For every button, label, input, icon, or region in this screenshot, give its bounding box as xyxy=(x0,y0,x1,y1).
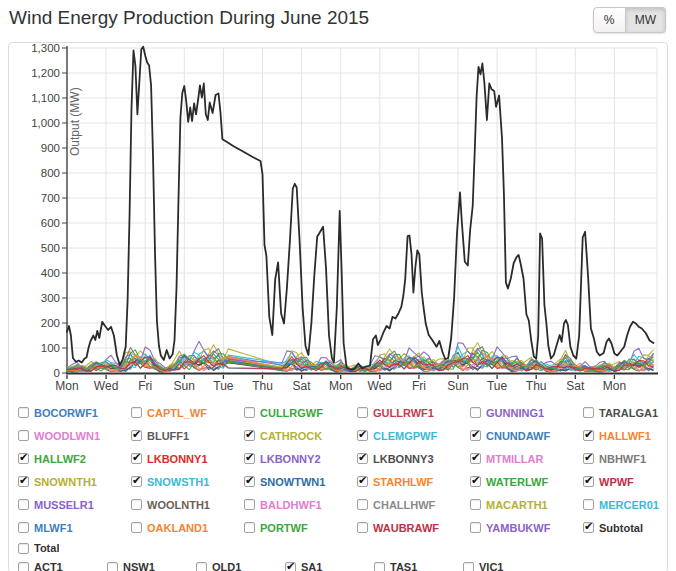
clemgpwf-checkbox[interactable] xyxy=(357,430,368,441)
legend-item-CULLRGWF: CULLRGWF xyxy=(244,401,357,424)
mw-toggle-button[interactable]: MW xyxy=(626,7,666,33)
legend-item-PORTWF: PORTWF xyxy=(244,516,357,539)
legend-label-CNUNDAWF: CNUNDAWF xyxy=(486,430,550,442)
region-checkbox-grid: ACT1NSW1QLD1SA1TAS1VIC1 xyxy=(18,558,667,571)
legend-item-MERCER01: MERCER01 xyxy=(583,493,668,516)
svg-text:100: 100 xyxy=(41,342,60,354)
svg-text:1,300: 1,300 xyxy=(31,43,60,54)
snowtwn1-checkbox[interactable] xyxy=(244,476,255,487)
legend-label-OAKLAND1: OAKLAND1 xyxy=(147,522,208,534)
legend-item-QLD1: QLD1 xyxy=(196,558,285,571)
legend-item-NSW1: NSW1 xyxy=(107,558,196,571)
bocorwf1-checkbox[interactable] xyxy=(18,407,29,418)
cnundawf-checkbox[interactable] xyxy=(470,430,481,441)
act1-checkbox[interactable] xyxy=(18,562,29,571)
lkbonny2-checkbox[interactable] xyxy=(244,453,255,464)
legend-item-MLWF1: MLWF1 xyxy=(18,516,131,539)
woolnth1-checkbox[interactable] xyxy=(131,499,142,510)
legend-item-MUSSELR1: MUSSELR1 xyxy=(18,493,131,516)
waubrawf-checkbox[interactable] xyxy=(357,522,368,533)
legend-item-CNUNDAWF: CNUNDAWF xyxy=(470,424,583,447)
cathrock-checkbox[interactable] xyxy=(244,430,255,441)
legend-label-NSW1: NSW1 xyxy=(123,561,155,571)
percent-toggle-button[interactable]: % xyxy=(593,7,626,33)
svg-text:1,000: 1,000 xyxy=(31,117,60,129)
legend-label-LKBONNY1: LKBONNY1 xyxy=(147,453,208,465)
mlwf1-checkbox[interactable] xyxy=(18,522,29,533)
svg-text:800: 800 xyxy=(41,167,60,179)
sa1-checkbox[interactable] xyxy=(285,562,296,571)
svg-text:Mon: Mon xyxy=(55,379,78,393)
legend-label-SNOWSTH1: SNOWSTH1 xyxy=(147,476,209,488)
challhwf-checkbox[interactable] xyxy=(357,499,368,510)
baldhwf1-checkbox[interactable] xyxy=(244,499,255,510)
snowsth1-checkbox[interactable] xyxy=(131,476,142,487)
vic1-checkbox[interactable] xyxy=(463,562,474,571)
legend-item-VIC1: VIC1 xyxy=(463,558,552,571)
legend-label-LKBONNY2: LKBONNY2 xyxy=(260,453,321,465)
svg-text:400: 400 xyxy=(41,267,60,279)
farm-checkbox-grid: BOCORWF1CAPTL_WFCULLRGWFGULLRWF1GUNNING1… xyxy=(18,401,667,539)
legend-label-CATHROCK: CATHROCK xyxy=(260,430,322,442)
legend-label-WAUBRAWF: WAUBRAWF xyxy=(373,522,439,534)
wind-production-chart: 01002003004005006007008009001,0001,1001,… xyxy=(9,43,667,397)
starhlwf-checkbox[interactable] xyxy=(357,476,368,487)
oakland1-checkbox[interactable] xyxy=(131,522,142,533)
legend-item-STARHLWF: STARHLWF xyxy=(357,470,470,493)
svg-text:Thu: Thu xyxy=(252,379,273,393)
legend-label-TAS1: TAS1 xyxy=(390,561,417,571)
lkbonny3-checkbox[interactable] xyxy=(357,453,368,464)
legend-label-HALLWF2: HALLWF2 xyxy=(34,453,86,465)
legend-label-MACARTH1: MACARTH1 xyxy=(486,499,548,511)
tas1-checkbox[interactable] xyxy=(374,562,385,571)
hallwf2-checkbox[interactable] xyxy=(18,453,29,464)
cullrgwf-checkbox[interactable] xyxy=(244,407,255,418)
macarth1-checkbox[interactable] xyxy=(470,499,481,510)
legend-label-MLWF1: MLWF1 xyxy=(34,522,73,534)
legend-label-MERCER01: MERCER01 xyxy=(599,499,659,511)
qld1-checkbox[interactable] xyxy=(196,562,207,571)
legend-item-OAKLAND1: OAKLAND1 xyxy=(131,516,244,539)
hallwf1-checkbox[interactable] xyxy=(583,430,594,441)
taralga1-checkbox[interactable] xyxy=(583,407,594,418)
nsw1-checkbox[interactable] xyxy=(107,562,118,571)
svg-text:Sun: Sun xyxy=(174,379,195,393)
unit-toggle-group: % MW xyxy=(593,7,666,33)
legend-label-WPWF: WPWF xyxy=(599,476,634,488)
yambukwf-checkbox[interactable] xyxy=(470,522,481,533)
y-axis-title: Output (MW) xyxy=(68,87,82,156)
svg-text:600: 600 xyxy=(41,217,60,229)
legend-label-NBHWF1: NBHWF1 xyxy=(599,453,646,465)
musselr1-checkbox[interactable] xyxy=(18,499,29,510)
total-checkbox[interactable] xyxy=(18,543,29,554)
legend-item-SNOWNTH1: SNOWNTH1 xyxy=(18,470,131,493)
svg-text:0: 0 xyxy=(54,367,60,379)
gunning1-checkbox[interactable] xyxy=(470,407,481,418)
legend-item-BLUFF1: BLUFF1 xyxy=(131,424,244,447)
legend-label-TARALGA1: TARALGA1 xyxy=(599,407,658,419)
captl_wf-checkbox[interactable] xyxy=(131,407,142,418)
portwf-checkbox[interactable] xyxy=(244,522,255,533)
snownth1-checkbox[interactable] xyxy=(18,476,29,487)
legend-label-BALDHWF1: BALDHWF1 xyxy=(260,499,322,511)
legend-item-LKBONNY2: LKBONNY2 xyxy=(244,447,357,470)
bluff1-checkbox[interactable] xyxy=(131,430,142,441)
gullrwf1-checkbox[interactable] xyxy=(357,407,368,418)
legend-label-STARHLWF: STARHLWF xyxy=(373,476,433,488)
legend-item-Subtotal: Subtotal xyxy=(583,516,668,539)
legend-label-CULLRGWF: CULLRGWF xyxy=(260,407,323,419)
svg-text:300: 300 xyxy=(41,292,60,304)
legend-item-CAPTL_WF: CAPTL_WF xyxy=(131,401,244,424)
subtotal-checkbox[interactable] xyxy=(583,522,594,533)
waterlwf-checkbox[interactable] xyxy=(470,476,481,487)
lkbonny1-checkbox[interactable] xyxy=(131,453,142,464)
svg-text:500: 500 xyxy=(41,242,60,254)
mercer01-checkbox[interactable] xyxy=(583,499,594,510)
legend-item-GUNNING1: GUNNING1 xyxy=(470,401,583,424)
wpwf-checkbox[interactable] xyxy=(583,476,594,487)
woodlwn1-checkbox[interactable] xyxy=(18,430,29,441)
legend-item-YAMBUKWF: YAMBUKWF xyxy=(470,516,583,539)
mtmillar-checkbox[interactable] xyxy=(470,453,481,464)
nbhwf1-checkbox[interactable] xyxy=(583,453,594,464)
svg-text:1,100: 1,100 xyxy=(31,92,60,104)
